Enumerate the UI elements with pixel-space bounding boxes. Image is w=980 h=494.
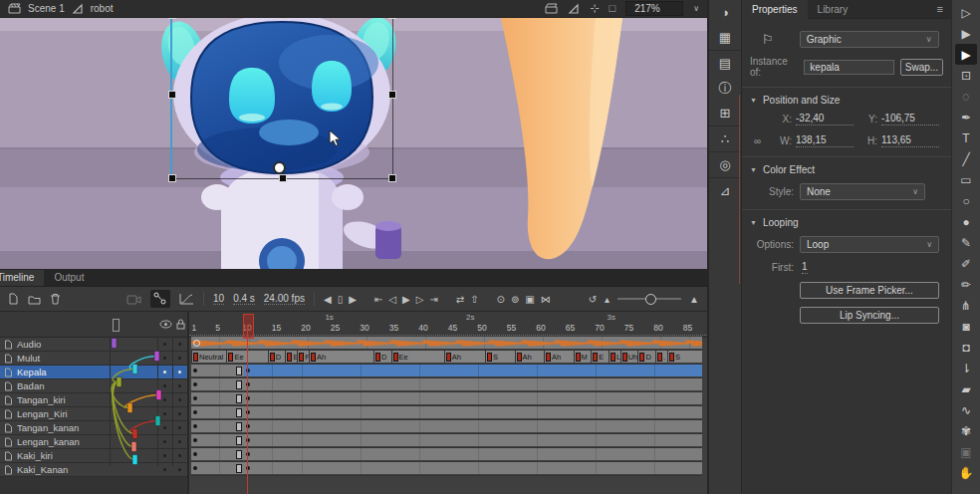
layer-row-badan[interactable]: Badan: [0, 379, 187, 393]
layer-row-lengan_kanan[interactable]: Lengan_kanan: [0, 435, 187, 449]
loop-playback-button[interactable]: ⇄: [456, 294, 464, 305]
frame-track-lengan_kiri[interactable]: [191, 406, 702, 420]
clip-content-icon[interactable]: □: [609, 3, 615, 14]
frame-view-slider[interactable]: [617, 298, 681, 300]
lip-sync-keyframe[interactable]: Ee: [285, 351, 297, 363]
visibility-dot[interactable]: [163, 398, 166, 401]
keyframe-span[interactable]: [244, 434, 702, 446]
next-frame-button[interactable]: ▷: [416, 294, 424, 305]
keyframe-span[interactable]: [244, 378, 702, 390]
lip-sync-keyframe[interactable]: E: [591, 351, 609, 363]
lip-sync-keyframe[interactable]: D: [373, 351, 391, 363]
oval-tool[interactable]: ○: [955, 190, 977, 211]
visibility-column-icon[interactable]: [159, 320, 172, 329]
add-camera-button[interactable]: [126, 294, 141, 305]
lock-dot[interactable]: [178, 357, 181, 360]
rectangle-tool[interactable]: ▭: [955, 169, 977, 190]
visibility-dot[interactable]: [163, 343, 166, 346]
lip-sync-keyframe[interactable]: S: [485, 351, 515, 363]
frame-track-kaki_kiri[interactable]: [191, 448, 702, 462]
visibility-dot[interactable]: [163, 412, 166, 415]
lip-sync-keyframe[interactable]: F: [297, 351, 309, 363]
keyframe-span[interactable]: [244, 406, 702, 418]
visibility-dot[interactable]: [163, 370, 166, 373]
layer-row-tangan_kiri[interactable]: Tangan_kiri: [0, 393, 187, 407]
frame-track-mulut[interactable]: NeutralEeDEeFAhDEeAhSAhAhMELUhD.S: [191, 351, 702, 365]
hand-tool[interactable]: ✋: [955, 462, 977, 483]
modify-markers-button[interactable]: ⋈: [541, 294, 551, 305]
lip-sync-keyframe[interactable]: D: [637, 351, 655, 363]
panel-menu-icon[interactable]: ≡: [937, 3, 943, 15]
delete-layer-button[interactable]: [50, 293, 61, 305]
lock-dot[interactable]: [178, 398, 181, 401]
keyframe-span[interactable]: [191, 392, 244, 404]
frame-rate-value[interactable]: 24.00 fps: [264, 293, 305, 305]
instance-name-field[interactable]: kepala: [804, 60, 894, 75]
current-frame-indicator[interactable]: ▯: [338, 294, 344, 305]
transform-panel-icon[interactable]: ⊞: [709, 101, 741, 126]
zoom-in-frames-button[interactable]: ▲: [689, 294, 699, 305]
lasso-tool[interactable]: ◌: [955, 86, 977, 107]
keyframe-span[interactable]: [244, 420, 702, 432]
selection-handle-bl[interactable]: [168, 174, 176, 182]
frame-track-lengan_kanan[interactable]: [191, 434, 702, 448]
breadcrumb-scene[interactable]: Scene 1: [28, 3, 65, 14]
lip-sync-keyframe[interactable]: Ah: [309, 351, 373, 363]
selection-handle-ml[interactable]: [168, 91, 176, 99]
text-tool[interactable]: T: [955, 127, 977, 148]
keyframe-span[interactable]: [244, 462, 702, 474]
selection-handle-tl[interactable]: [168, 18, 176, 19]
lip-sync-keyframe[interactable]: S: [667, 351, 702, 363]
width-value[interactable]: 138,15: [796, 134, 854, 147]
frame-slider-knob[interactable]: [645, 294, 656, 305]
loop-options-dropdown[interactable]: Loop ∨: [800, 236, 939, 253]
selection-tool[interactable]: ▷: [955, 2, 977, 23]
asset-warp-tool[interactable]: ▶: [955, 44, 977, 65]
stage-canvas[interactable]: [0, 18, 707, 269]
bone-tool[interactable]: ⋔: [955, 295, 977, 316]
motion-editor-panel-icon[interactable]: ⊿: [709, 178, 741, 203]
keyframe-span[interactable]: [244, 392, 702, 404]
section-looping[interactable]: ▼Looping: [750, 217, 943, 228]
current-frame-value[interactable]: 10: [213, 293, 224, 305]
paint-brush-tool[interactable]: ✐: [955, 253, 977, 274]
graph-editor-button[interactable]: [179, 293, 194, 305]
frames-area[interactable]: 1s2s3s1510152025303540455055606570758085…: [187, 312, 707, 494]
elapsed-time-value[interactable]: 0.4 s: [233, 293, 255, 305]
line-tool[interactable]: ╱: [955, 148, 977, 169]
visibility-dot[interactable]: [163, 384, 166, 387]
lock-dot[interactable]: [178, 343, 181, 346]
step-forward-button[interactable]: ▶: [349, 294, 357, 305]
center-stage-icon[interactable]: ⊹: [590, 3, 599, 14]
lock-dot[interactable]: [178, 384, 181, 387]
lip-sync-keyframe[interactable]: Ah: [444, 351, 485, 363]
edit-multiple-frames-button[interactable]: ▣: [525, 294, 534, 305]
frame-ruler[interactable]: 1s2s3s1510152025303540455055606570758085: [189, 312, 707, 338]
swap-button[interactable]: Swap...: [900, 59, 943, 76]
x-value[interactable]: -32,40: [796, 113, 854, 125]
new-folder-button[interactable]: [28, 294, 41, 305]
lip-sync-keyframe[interactable]: Neutral: [191, 351, 226, 363]
pencil-tool[interactable]: ✎: [955, 232, 977, 253]
visibility-dot[interactable]: [163, 357, 166, 360]
asset-sculpt-tool[interactable]: ✾: [955, 420, 977, 441]
cc-libraries-panel-icon[interactable]: ◎: [709, 152, 741, 178]
keyframe-span[interactable]: [191, 365, 244, 376]
symbol-type-dropdown[interactable]: Graphic ∨: [800, 31, 939, 48]
oval-primitive-tool[interactable]: ●: [955, 211, 977, 232]
lock-dot[interactable]: [178, 412, 181, 415]
edit-symbols-menu-icon[interactable]: [568, 3, 580, 14]
lock-column-icon[interactable]: [176, 319, 185, 330]
zoom-caret-icon[interactable]: ∨: [693, 5, 699, 13]
stage-zoom-input[interactable]: 217%: [625, 1, 683, 16]
onion-skin-button[interactable]: ⊙: [497, 294, 505, 305]
visibility-dot[interactable]: [163, 440, 166, 443]
eyedropper-tool[interactable]: ⇂: [955, 358, 977, 378]
lip-syncing-button[interactable]: Lip Syncing...: [800, 307, 939, 324]
go-to-last-frame-button[interactable]: ⇥: [429, 294, 437, 305]
frame-track-tangan_kiri[interactable]: [191, 392, 702, 406]
tab-output[interactable]: Output: [44, 270, 94, 286]
visibility-dot[interactable]: [163, 454, 166, 457]
lip-sync-keyframe[interactable]: M: [574, 351, 592, 363]
export-frame-button[interactable]: ⇧: [470, 294, 478, 305]
